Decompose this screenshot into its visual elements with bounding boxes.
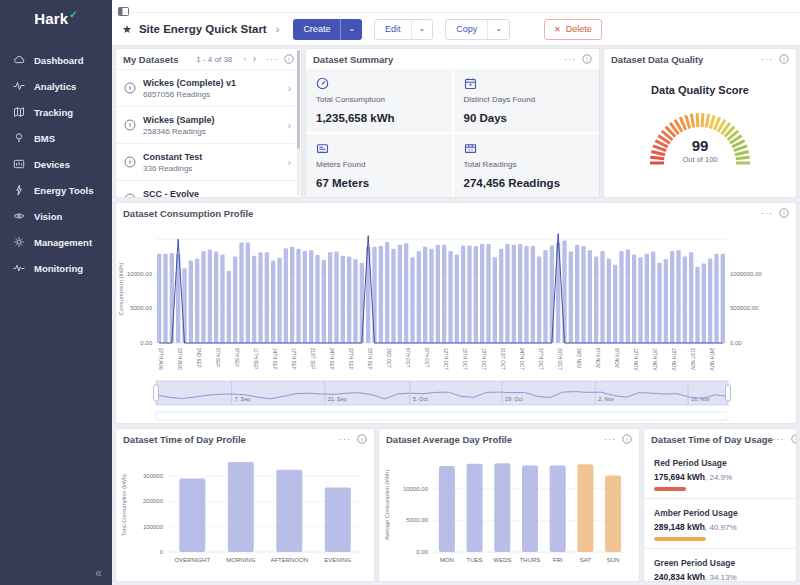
copy-button[interactable]: Copy ⌄ bbox=[445, 19, 510, 40]
dataset-readings: 258346 Readings bbox=[143, 127, 281, 136]
title-chevron-icon[interactable]: › bbox=[276, 23, 280, 35]
panel-menu-icon[interactable]: ··· bbox=[604, 434, 616, 444]
sidebar-item-label: Dashboard bbox=[34, 55, 84, 66]
vision-icon bbox=[13, 210, 25, 222]
time-of-day-chart[interactable]: 0100000200000300000OVERNIGHTMORNINGAFTER… bbox=[116, 449, 374, 582]
average-day-profile-panel: Dataset Average Day Profile ···i 0.00500… bbox=[378, 428, 640, 582]
sidebar-item-management[interactable]: Management bbox=[0, 229, 112, 255]
svg-text:21. Sep: 21. Sep bbox=[328, 396, 347, 402]
panel-menu-icon[interactable]: ··· bbox=[761, 54, 773, 64]
my-datasets-panel: My Datasets 1 - 4 of 38 ‹ › ··· i Wickes… bbox=[115, 48, 302, 198]
svg-text:FRI: FRI bbox=[553, 557, 563, 563]
sidebar-item-vision[interactable]: Vision bbox=[0, 203, 112, 229]
favorite-star-icon[interactable]: ★ bbox=[122, 23, 132, 36]
usage-value: 289,148 kWh, 40.97% bbox=[654, 522, 786, 532]
svg-text:7. Sep: 7. Sep bbox=[235, 396, 251, 402]
svg-text:11TH SEP: 11TH SEP bbox=[253, 348, 258, 369]
calendar-icon bbox=[464, 77, 477, 90]
info-icon[interactable]: i bbox=[779, 54, 789, 64]
chart-scrollbar[interactable] bbox=[156, 412, 728, 420]
pagination-next-button[interactable]: › bbox=[253, 54, 256, 64]
info-icon[interactable]: i bbox=[284, 54, 294, 64]
svg-text:100000: 100000 bbox=[143, 524, 164, 530]
average-day-chart[interactable]: 0.005000.0010000.00MONTUESWEDSTHURSFRISA… bbox=[379, 449, 639, 582]
usage-label: Amber Period Usage bbox=[654, 508, 786, 518]
brush-handle-left[interactable] bbox=[154, 385, 159, 401]
svg-text:14TH SEP: 14TH SEP bbox=[272, 348, 277, 370]
sidebar-item-monitoring[interactable]: Monitoring bbox=[0, 255, 112, 281]
panel-toggle-icon[interactable] bbox=[118, 2, 129, 19]
quality-score: 99 Out of 100 bbox=[604, 137, 796, 164]
consumption-bars bbox=[157, 241, 725, 343]
dataset-name: Wickes (Sample) bbox=[143, 115, 281, 125]
panel-menu-icon[interactable]: ··· bbox=[266, 54, 278, 64]
sidebar-item-analytics[interactable]: Analytics bbox=[0, 73, 112, 99]
info-icon[interactable]: i bbox=[582, 54, 592, 64]
svg-text:i: i bbox=[361, 436, 362, 442]
svg-text:Total Consumption (kWh): Total Consumption (kWh) bbox=[121, 474, 127, 536]
panel-menu-icon[interactable]: ··· bbox=[339, 434, 351, 444]
usage-label: Green Period Usage bbox=[654, 558, 786, 568]
svg-text:17TH SEP: 17TH SEP bbox=[291, 348, 296, 370]
page-title: Site Energy Quick Start bbox=[139, 23, 267, 35]
brush-minimap[interactable]: 7. Sep21. Sep5. Oct19. Oct2. Nov16. Nov bbox=[154, 381, 731, 405]
edit-button[interactable]: Edit ⌄ bbox=[374, 19, 433, 40]
panel-menu-icon[interactable]: ··· bbox=[761, 208, 773, 218]
create-button[interactable]: Create ⌄ bbox=[293, 19, 362, 40]
delete-button[interactable]: ✕ Delete bbox=[544, 19, 602, 40]
svg-text:i: i bbox=[586, 56, 587, 62]
create-button-label: Create bbox=[293, 24, 340, 34]
panel-menu-icon[interactable]: ··· bbox=[773, 434, 785, 444]
time-of-day-profile-panel: Dataset Time of Day Profile ···i 0100000… bbox=[115, 428, 375, 582]
svg-text:AFTERNOON: AFTERNOON bbox=[270, 557, 308, 563]
dataset-list-item[interactable]: SCC - Evolve17184 Readings› bbox=[116, 180, 301, 198]
svg-text:0.00: 0.00 bbox=[140, 340, 152, 346]
sidebar-item-bms[interactable]: BMS bbox=[0, 125, 112, 151]
sidebar-item-tracking[interactable]: Tracking bbox=[0, 99, 112, 125]
chevron-down-icon[interactable]: ⌄ bbox=[412, 25, 433, 33]
sidebar-collapse-button[interactable]: « bbox=[95, 566, 102, 580]
sidebar-item-energy-tools[interactable]: Energy Tools bbox=[0, 177, 112, 203]
svg-text:30TH AUG: 30TH AUG bbox=[177, 348, 182, 371]
svg-text:THURS: THURS bbox=[520, 557, 541, 563]
main-area: ★ Site Energy Quick Start › Create ⌄ Edi… bbox=[112, 0, 800, 585]
svg-text:MON: MON bbox=[440, 557, 454, 563]
summary-cell: Distinct Days Found90 Days bbox=[454, 69, 600, 132]
sidebar-item-devices[interactable]: Devices bbox=[0, 151, 112, 177]
summary-cell: Total Readings274,456 Readings bbox=[454, 134, 600, 197]
svg-text:OVERNIGHT: OVERNIGHT bbox=[174, 557, 210, 563]
tracking-icon bbox=[13, 106, 25, 118]
logo-tick-icon: ✓ bbox=[69, 9, 78, 20]
dataset-list-item[interactable]: Wickes (Sample)258346 Readings› bbox=[116, 106, 301, 143]
panel-menu-icon[interactable]: ··· bbox=[564, 54, 576, 64]
chevron-down-icon[interactable]: ⌄ bbox=[488, 25, 509, 33]
svg-text:Consumption (kWh): Consumption (kWh) bbox=[118, 262, 124, 315]
dataset-list-item[interactable]: Wickes (Complete) v16857056 Readings› bbox=[116, 69, 301, 106]
pagination-prev-button[interactable]: ‹ bbox=[243, 54, 246, 64]
spike-line-series bbox=[159, 234, 723, 343]
svg-text:18TH OCT: 18TH OCT bbox=[481, 348, 486, 370]
info-icon[interactable]: i bbox=[357, 434, 367, 444]
svg-text:500000.00: 500000.00 bbox=[730, 305, 759, 311]
dataset-list-scrollbar bbox=[297, 50, 300, 196]
close-icon: ✕ bbox=[554, 25, 561, 34]
panel-title: Dataset Summary bbox=[313, 54, 564, 65]
consumption-chart[interactable]: 0.005000.0010000.000.00500000.001000000.… bbox=[116, 223, 796, 424]
chevron-down-icon[interactable]: ⌄ bbox=[341, 25, 362, 33]
svg-text:EVENING: EVENING bbox=[324, 557, 351, 563]
svg-text:30TH OCT: 30TH OCT bbox=[557, 348, 562, 370]
scrollbar-thumb[interactable] bbox=[297, 50, 300, 149]
svg-text:5000.00: 5000.00 bbox=[406, 517, 428, 523]
info-icon[interactable]: i bbox=[791, 434, 797, 444]
dataset-summary-panel: Dataset Summary ···i Total Consumptuon1,… bbox=[305, 48, 600, 198]
sidebar-item-dashboard[interactable]: Dashboard bbox=[0, 47, 112, 73]
quality-score-value: 99 bbox=[604, 137, 796, 154]
panel-title: Dataset Time of Day Profile bbox=[123, 434, 339, 445]
dashboard-icon bbox=[13, 54, 25, 66]
dataset-list-item[interactable]: Constant Test336 Readings› bbox=[116, 143, 301, 180]
meter-icon bbox=[316, 142, 329, 155]
info-icon[interactable]: i bbox=[622, 434, 632, 444]
brush-handle-right[interactable] bbox=[726, 385, 731, 401]
info-icon[interactable]: i bbox=[779, 208, 789, 218]
svg-text:1000000.00: 1000000.00 bbox=[730, 271, 762, 277]
